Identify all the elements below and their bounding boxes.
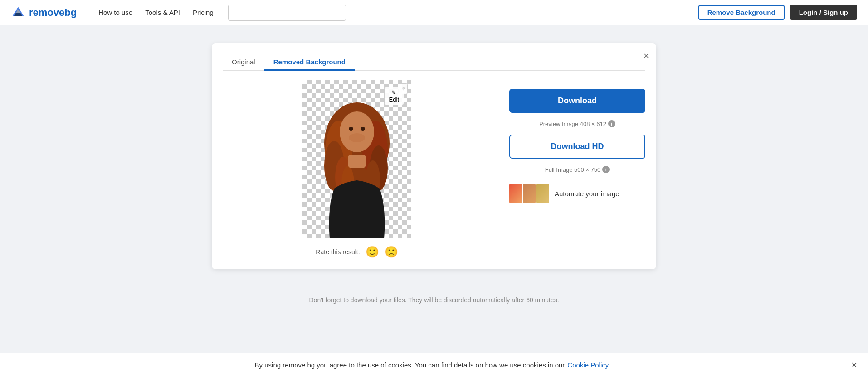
automate-link[interactable]: Automate your image — [555, 190, 619, 198]
download-button[interactable]: Download — [509, 89, 645, 113]
tab-removed-background[interactable]: Removed Background — [264, 54, 355, 71]
happy-rating-button[interactable]: 🙂 — [366, 246, 379, 258]
svg-point-12 — [349, 133, 365, 142]
cookie-close-button[interactable]: × — [851, 359, 857, 371]
nav-tools-api[interactable]: Tools & API — [145, 9, 180, 16]
logo-icon — [11, 5, 25, 20]
search-input[interactable] — [228, 5, 346, 21]
thumb-slice-3 — [536, 184, 549, 203]
footer-notice: Don't forget to download your files. The… — [0, 287, 868, 313]
result-card: × Original Removed Background — [212, 44, 656, 269]
rate-label: Rate this result: — [316, 248, 360, 256]
rating-area: Rate this result: 🙂 🙁 — [316, 246, 398, 258]
cookie-text-after: . — [611, 361, 613, 369]
cookie-policy-link[interactable]: Cookie Policy — [567, 361, 609, 369]
edit-button-area: ✎ Edit ▾ — [399, 83, 408, 94]
download-hd-button[interactable]: Download HD — [509, 135, 645, 159]
automate-area: Automate your image — [509, 184, 645, 203]
cookie-text-before: By using remove.bg you agree to the use … — [255, 361, 565, 369]
close-button[interactable]: × — [644, 51, 649, 61]
sad-rating-button[interactable]: 🙁 — [385, 246, 398, 258]
thumb-slice-1 — [509, 184, 522, 203]
nav-how-to-use[interactable]: How to use — [98, 9, 132, 16]
preview-info-icon[interactable]: i — [608, 120, 615, 127]
automate-thumbnail — [509, 184, 549, 203]
svg-rect-15 — [348, 155, 366, 168]
svg-point-14 — [361, 127, 365, 130]
header-actions: Remove Background Login / Sign up — [698, 5, 857, 20]
result-tabs: Original Removed Background — [223, 54, 645, 71]
right-panel: Download Preview Image 408 × 612 i Downl… — [509, 80, 645, 203]
image-container: ✎ Edit ▾ — [302, 80, 411, 238]
main-content: × Original Removed Background — [0, 25, 868, 287]
nav-pricing[interactable]: Pricing — [193, 9, 214, 16]
full-info-icon[interactable]: i — [602, 166, 610, 173]
tab-original[interactable]: Original — [223, 54, 264, 71]
preview-info: Preview Image 408 × 612 i — [509, 120, 645, 127]
header: removebg How to use Tools & API Pricing … — [0, 0, 868, 25]
svg-point-13 — [349, 127, 353, 130]
image-panel: ✎ Edit ▾ Rate this result: 🙂 🙁 — [223, 80, 491, 258]
remove-background-button[interactable]: Remove Background — [698, 5, 785, 20]
card-body: ✎ Edit ▾ Rate this result: 🙂 🙁 Download … — [223, 80, 645, 258]
login-signup-button[interactable]: Login / Sign up — [790, 5, 857, 20]
edit-button[interactable]: ✎ Edit — [384, 87, 404, 105]
full-info: Full Image 500 × 750 i — [509, 166, 645, 173]
cookie-banner: By using remove.bg you agree to the use … — [0, 353, 868, 377]
main-nav: How to use Tools & API Pricing — [98, 9, 214, 16]
logo-text: removebg — [29, 7, 77, 19]
logo[interactable]: removebg — [11, 5, 77, 20]
svg-point-11 — [340, 111, 374, 152]
thumb-slice-2 — [523, 184, 536, 203]
